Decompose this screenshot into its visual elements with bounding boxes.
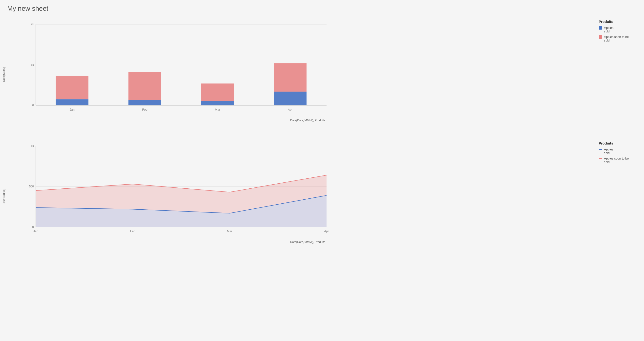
svg-rect-12	[201, 84, 234, 101]
svg-text:2k: 2k	[31, 23, 34, 26]
svg-text:Feb: Feb	[142, 108, 147, 111]
bar-chart-swatch-soon	[599, 35, 602, 39]
svg-rect-6	[56, 76, 88, 99]
area-chart-x-label: Date(Date,'MMM'), Produits	[22, 240, 594, 244]
bar-chart-x-label: Date(Date,'MMM'), Produits	[22, 119, 594, 122]
svg-text:Mar: Mar	[215, 108, 220, 111]
svg-rect-16	[274, 92, 306, 105]
bar-chart-legend-title: Produits	[599, 20, 637, 24]
bar-chart-svg: 01k2kJanFebMarApr	[22, 17, 331, 117]
area-chart-svg: 05001kJanFebMarApr	[22, 139, 331, 239]
bar-chart-legend-label-sold: Applessold	[604, 26, 614, 33]
area-chart-swatch-sold	[599, 149, 602, 150]
svg-text:Jan: Jan	[70, 108, 74, 111]
area-chart-legend-item-sold: Applessold	[599, 148, 637, 155]
svg-text:500: 500	[29, 185, 34, 188]
svg-rect-9	[128, 72, 161, 100]
svg-text:0: 0	[32, 104, 34, 107]
area-chart-legend-title: Produits	[599, 141, 637, 145]
page-title: My new sheet	[7, 5, 637, 13]
area-chart-swatch-soon	[599, 158, 602, 159]
area-chart-container: Sum(Sales) 05001kJanFebMarApr Date(Date,…	[7, 139, 637, 253]
svg-text:Apr: Apr	[324, 229, 329, 233]
svg-text:Jan: Jan	[33, 229, 38, 233]
bar-chart-y-label: Sum(Sales)	[2, 67, 6, 82]
bar-chart-legend: Produits Applessold Apples soon to besol…	[594, 17, 637, 44]
area-chart-legend-label-soon: Apples soon to besold	[604, 157, 629, 164]
bar-chart-container: Sum(Sales) 01k2kJanFebMarApr Date(Date,'…	[7, 17, 637, 132]
area-chart-legend-item-soon: Apples soon to besold	[599, 157, 637, 164]
area-chart-y-label: Sum(Sales)	[2, 189, 6, 204]
svg-text:Mar: Mar	[227, 229, 232, 233]
svg-text:Feb: Feb	[130, 229, 135, 233]
bar-chart-legend-label-soon: Apples soon to besold	[604, 35, 629, 42]
svg-text:Apr: Apr	[288, 108, 293, 111]
bar-chart-swatch-sold	[599, 26, 602, 30]
svg-rect-15	[274, 63, 306, 92]
bar-chart-legend-item-soon: Apples soon to besold	[599, 35, 637, 42]
svg-rect-13	[201, 101, 234, 105]
area-chart-area: Sum(Sales) 05001kJanFebMarApr Date(Date,…	[7, 139, 594, 253]
bar-chart-area: Sum(Sales) 01k2kJanFebMarApr Date(Date,'…	[7, 17, 594, 132]
area-chart-legend-label-sold: Applessold	[604, 148, 614, 155]
bar-chart-legend-item-sold: Applessold	[599, 26, 637, 33]
svg-rect-10	[128, 100, 161, 105]
svg-text:1k: 1k	[31, 63, 34, 67]
area-chart-legend: Produits Applessold Apples soon to besol…	[594, 139, 637, 166]
svg-rect-7	[56, 99, 88, 106]
svg-text:0: 0	[32, 225, 34, 229]
svg-text:1k: 1k	[31, 144, 34, 148]
